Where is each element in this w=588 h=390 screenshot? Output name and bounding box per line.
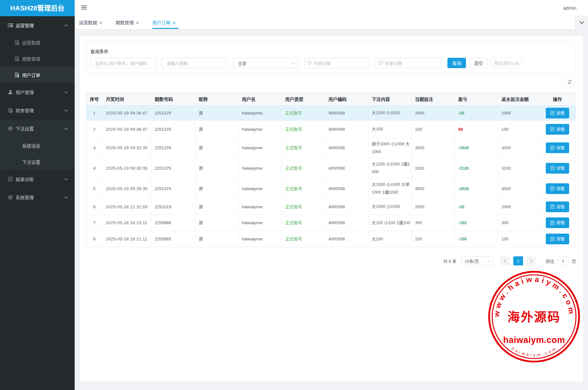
svg-text:haiwaiym.com: haiwaiym.com: [503, 335, 565, 345]
svg-text:海外源码: 海外源码: [507, 310, 561, 324]
